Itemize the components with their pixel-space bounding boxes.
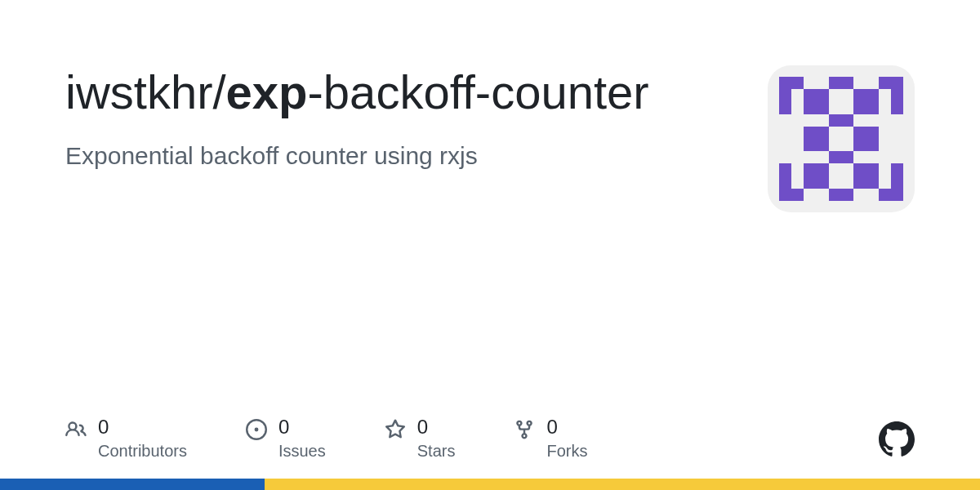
svg-rect-9 (853, 127, 878, 151)
issues-count: 0 (278, 417, 326, 437)
fork-icon (514, 419, 535, 440)
star-icon (385, 419, 406, 440)
svg-rect-15 (779, 189, 804, 201)
svg-rect-0 (779, 77, 804, 89)
svg-rect-3 (779, 89, 791, 114)
repo-separator: / (212, 65, 225, 118)
forks-label: Forks (546, 442, 587, 461)
forks-count: 0 (546, 417, 587, 437)
repo-name-bold[interactable]: exp (226, 65, 308, 118)
svg-rect-12 (891, 163, 903, 188)
github-logo-icon[interactable] (879, 421, 915, 457)
stars-count: 0 (417, 417, 456, 437)
svg-rect-17 (879, 189, 903, 201)
svg-rect-1 (829, 77, 853, 89)
language-bar (0, 479, 980, 490)
repo-owner[interactable]: iwstkhr (65, 65, 212, 118)
identicon-icon (779, 77, 903, 201)
language-segment-2 (265, 479, 980, 490)
svg-rect-10 (829, 151, 853, 163)
repo-name-rest[interactable]: -backoff-counter (308, 65, 649, 118)
svg-rect-7 (829, 114, 853, 127)
svg-rect-4 (891, 89, 903, 114)
stat-contributors[interactable]: 0 Contributors (65, 417, 187, 461)
svg-rect-14 (853, 163, 878, 188)
repo-description: Exponential backoff counter using rxjs (65, 140, 735, 172)
issues-label: Issues (278, 442, 326, 461)
contributors-label: Contributors (98, 442, 187, 461)
stat-forks[interactable]: 0 Forks (514, 417, 587, 461)
stats-list: 0 Contributors 0 Issues 0 St (65, 417, 587, 461)
avatar[interactable] (768, 65, 915, 212)
svg-rect-8 (804, 127, 828, 151)
issue-icon (246, 419, 267, 440)
stars-label: Stars (417, 442, 456, 461)
language-segment-1 (0, 479, 265, 490)
svg-rect-13 (804, 163, 828, 188)
svg-rect-16 (829, 189, 853, 201)
stat-stars[interactable]: 0 Stars (385, 417, 456, 461)
stat-issues[interactable]: 0 Issues (246, 417, 326, 461)
repo-title: iwstkhr/exp-backoff-counter (65, 65, 735, 120)
svg-rect-2 (879, 77, 903, 89)
contributors-count: 0 (98, 417, 187, 437)
svg-rect-11 (779, 163, 791, 188)
people-icon (65, 419, 87, 440)
svg-rect-6 (853, 89, 878, 114)
svg-rect-5 (804, 89, 828, 114)
